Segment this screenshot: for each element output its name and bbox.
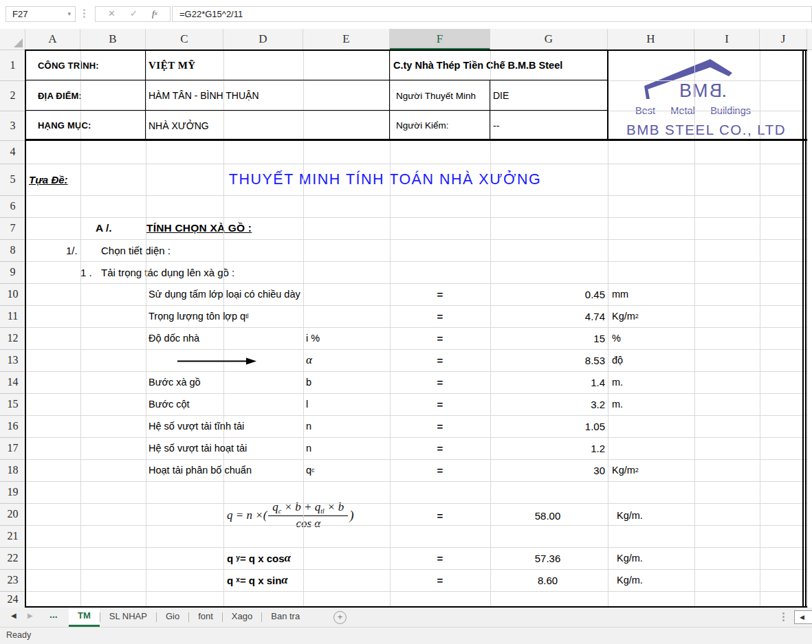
cell-load-value[interactable]: 58.00 (490, 504, 605, 526)
cell-result-qx-unit[interactable]: Kg/m. (617, 569, 643, 591)
cell-result-qx-value[interactable]: 8.60 (490, 569, 605, 591)
cell-load-unit[interactable]: Kg/m. (617, 504, 643, 526)
cell-param-value[interactable]: 8.53 (490, 349, 605, 371)
column-header-I[interactable]: I (694, 29, 760, 49)
tab-scroll-prev-icon[interactable]: ◀ (11, 612, 17, 619)
row-header-13[interactable]: 13 (0, 349, 25, 371)
row-header-9[interactable]: 9 (0, 261, 25, 283)
cell-param-equals[interactable]: = (390, 327, 490, 349)
name-box-dropdown-icon[interactable]: ▾ (67, 10, 71, 17)
cell-param-symbol[interactable]: n (306, 415, 311, 437)
cell-sub1-index[interactable]: 1/. (66, 239, 78, 261)
row-header-18[interactable]: 18 (0, 459, 25, 481)
cell-param-symbol[interactable]: b (306, 371, 311, 393)
cell-result-qy-label[interactable]: q y = q x cosα (227, 547, 291, 569)
cell-param-unit[interactable]: Kg/m2 (612, 305, 639, 327)
cell-param-unit[interactable]: Kg/m2 (612, 459, 639, 481)
column-header-F[interactable]: F (390, 29, 490, 49)
cell-param-symbol[interactable]: α (306, 349, 312, 371)
cell-project-value-3[interactable]: NHÀ XƯỞNG (149, 111, 209, 140)
cell-result-qy-equals[interactable]: = (390, 547, 490, 569)
enter-icon[interactable]: ✓ (130, 8, 138, 19)
cell-param-symbol[interactable]: i % (306, 327, 320, 349)
cell-param-value[interactable]: 30 (490, 459, 605, 481)
row-header-14[interactable]: 14 (0, 371, 25, 393)
sheet-tab-gio[interactable]: Gio (157, 608, 188, 627)
cell-load-formula[interactable]: q = n ×( qc × b + qtl × b cos α ) (227, 496, 354, 535)
cell-param-equals[interactable]: = (390, 283, 490, 305)
cell-sub1-heading[interactable]: Chọn tiết diện : (101, 239, 171, 261)
cell-param-unit[interactable]: độ (612, 349, 623, 371)
row-header-4[interactable]: 4 (0, 140, 25, 164)
row-header-1[interactable]: 1 (0, 50, 25, 80)
new-sheet-button[interactable]: + (333, 611, 347, 624)
column-header-A[interactable]: A (25, 29, 80, 49)
cell-param-unit[interactable]: m. (612, 393, 623, 415)
row-header-17[interactable]: 17 (0, 437, 25, 459)
formula-bar-drag-handle[interactable] (83, 9, 85, 19)
cell-param-equals[interactable]: = (390, 393, 490, 415)
cell-param-value[interactable]: 1.05 (490, 415, 605, 437)
column-header-H[interactable]: H (608, 29, 694, 49)
cell-param-label[interactable]: Bước cột (149, 393, 190, 415)
cell-section-a-heading[interactable]: TÍNH CHỌN XÀ GỒ : (146, 217, 252, 239)
cell-param-value[interactable]: 1.4 (490, 371, 605, 393)
cell-sub11-heading[interactable]: Tải trọng tác dụng lên xà gồ : (101, 261, 234, 283)
cell-param-label[interactable]: Sử dụng tấm lớp loại có chiều dày (149, 283, 300, 305)
row-header-5[interactable]: 5 (0, 164, 25, 195)
row-header-8[interactable]: 8 (0, 239, 25, 261)
cell-project-label-1[interactable]: CÔNG TRÌNH: (38, 50, 99, 80)
cell-param-value[interactable]: 3.2 (490, 393, 605, 415)
column-header-E[interactable]: E (303, 29, 390, 49)
tab-scroll-next-icon[interactable]: ▶ (28, 612, 33, 619)
row-header-10[interactable]: 10 (0, 283, 25, 305)
row-header-22[interactable]: 22 (0, 547, 25, 569)
row-header-21[interactable]: 21 (0, 525, 25, 547)
cell-project-label-3[interactable]: HẠNG MỤC: (38, 111, 91, 140)
cell-param-symbol[interactable]: n (306, 437, 311, 459)
cell-title-label[interactable]: Tựa Đề: (29, 164, 68, 195)
cell-checker-label[interactable]: Người Kiểm: (396, 111, 448, 140)
row-header-24[interactable]: 24 (0, 591, 25, 608)
cell-param-value[interactable]: 4.74 (490, 305, 605, 327)
cell-result-qx-label[interactable]: q x = q x sinα (227, 569, 288, 591)
insert-function-icon[interactable]: fx (152, 8, 155, 19)
cell-result-qy-value[interactable]: 57.36 (490, 547, 605, 569)
name-box[interactable]: F27 ▾ (6, 6, 76, 22)
cell-company-header[interactable]: C.ty Nhà Thép Tiền Chế B.M.B Steel (393, 50, 562, 80)
row-header-3[interactable]: 3 (0, 111, 25, 140)
tab-overflow-button[interactable]: ... (50, 609, 58, 620)
cell-param-label[interactable]: Hoạt tải phân bố chuẩn (149, 459, 252, 481)
row-header-11[interactable]: 11 (0, 305, 25, 327)
cancel-icon[interactable]: ✕ (108, 8, 116, 19)
column-header-D[interactable]: D (223, 29, 303, 49)
cell-param-unit[interactable]: m. (612, 371, 623, 393)
cell-param-equals[interactable]: = (390, 437, 490, 459)
row-header-2[interactable]: 2 (0, 80, 25, 111)
cell-param-label[interactable]: Trọng lượng tôn lợp qtl (149, 305, 249, 327)
cell-param-equals[interactable]: = (390, 305, 490, 327)
cell-document-title[interactable]: THUYẾT MINH TÍNH TOÁN NHÀ XƯỞNG (206, 164, 564, 195)
cell-param-equals[interactable]: = (390, 349, 490, 371)
horizontal-scroll-left-button[interactable]: ◀ (794, 610, 812, 624)
cell-param-unit[interactable]: mm (612, 283, 628, 305)
cell-param-equals[interactable]: = (390, 371, 490, 393)
cell-param-label[interactable]: Hệ số vượt tải tĩnh tải (149, 415, 244, 437)
sheet-tab-font[interactable]: font (189, 608, 222, 627)
cell-project-label-2[interactable]: ĐỊA ĐIỂM: (38, 80, 82, 111)
cell-param-value[interactable]: 1.2 (490, 437, 605, 459)
cell-section-a-index[interactable]: A /. (96, 217, 112, 239)
row-header-7[interactable]: 7 (0, 217, 25, 239)
row-header-20[interactable]: 20 (0, 503, 25, 525)
sheet-tab-sl-nhap[interactable]: SL NHAP (100, 608, 156, 627)
cell-param-value[interactable]: 15 (490, 327, 605, 349)
row-header-15[interactable]: 15 (0, 393, 25, 415)
cell-load-equals[interactable]: = (390, 504, 490, 526)
cell-author-label[interactable]: Người Thuyết Minh (396, 80, 476, 111)
column-header-J[interactable]: J (760, 29, 807, 49)
cell-param-label[interactable]: Độ dốc nhà (149, 327, 199, 349)
cell-sub11-index[interactable]: 1 . (80, 261, 92, 283)
row-header-23[interactable]: 23 (0, 569, 25, 591)
tab-bar-drag-handle[interactable] (782, 612, 784, 623)
column-header-B[interactable]: B (80, 29, 146, 49)
